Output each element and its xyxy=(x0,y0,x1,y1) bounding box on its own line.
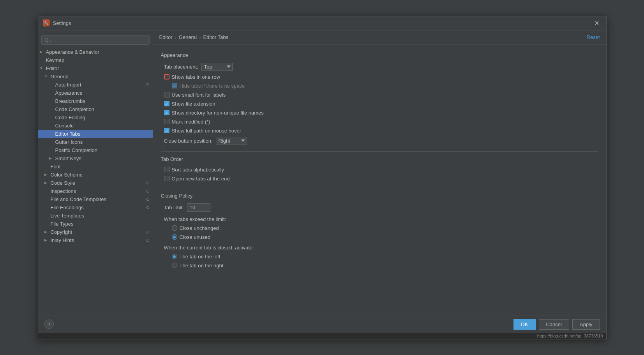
divider-1 xyxy=(161,151,598,152)
show-file-extension-label: Show file extension xyxy=(172,101,215,107)
sidebar-item-label: Copyright xyxy=(51,229,145,235)
arrow-icon: ▶ xyxy=(44,230,49,234)
sidebar-item-label: Code Folding xyxy=(55,115,150,120)
sidebar-item-appearance[interactable]: Appearance xyxy=(38,89,153,97)
arrow-icon: ▶ xyxy=(40,50,44,54)
sort-tabs-alpha-wrapper[interactable]: Sort tabs alphabetically xyxy=(161,167,598,173)
show-tabs-one-row-checkbox[interactable] xyxy=(164,74,169,79)
tab-on-right-wrapper[interactable]: The tab on the right xyxy=(161,263,598,268)
show-file-extension-wrapper[interactable]: Show file extension xyxy=(161,101,598,107)
use-small-font-checkbox[interactable] xyxy=(164,92,169,97)
when-exceed-label: When tabs exceed the limit: xyxy=(164,216,226,222)
content-body: Appearance Tab placement: Top Bottom Lef… xyxy=(153,44,606,316)
tab-limit-input[interactable] xyxy=(187,203,210,212)
show-directory-checkbox[interactable] xyxy=(164,110,169,115)
sidebar-item-label: Inlay Hints xyxy=(51,237,145,243)
open-new-tabs-end-checkbox[interactable] xyxy=(164,176,169,181)
sidebar-item-smart-keys[interactable]: ▶Smart Keys xyxy=(38,154,153,162)
sidebar-item-live-templates[interactable]: Live Templates xyxy=(38,212,153,220)
close-unused-wrapper[interactable]: Close unused xyxy=(161,234,598,240)
sidebar-item-label: Gutter Icons xyxy=(55,139,150,145)
show-full-path-wrapper[interactable]: Show full path on mouse hover xyxy=(161,128,598,134)
arrow-icon: ▼ xyxy=(40,66,44,70)
close-button[interactable]: ✕ xyxy=(592,19,602,28)
sidebar-item-editor-tabs[interactable]: Editor Tabs xyxy=(38,130,153,138)
mark-modified-checkbox[interactable] xyxy=(164,119,169,124)
close-unchanged-label: Close unchanged xyxy=(180,225,219,231)
sidebar-item-code-style[interactable]: ▶Code Style⊙ xyxy=(38,179,153,187)
tab-on-right-radio[interactable] xyxy=(172,263,177,268)
hide-tabs-no-space-checkbox[interactable] xyxy=(172,83,177,88)
search-input[interactable] xyxy=(41,35,150,45)
tab-on-left-radio[interactable] xyxy=(172,254,177,259)
tab-on-right-label: The tab on the right xyxy=(180,263,224,268)
show-file-extension-checkbox[interactable] xyxy=(164,101,169,106)
section-closing-policy: Closing Policy xyxy=(161,193,598,199)
sidebar-item-font[interactable]: Font xyxy=(38,162,153,171)
ok-button[interactable]: OK xyxy=(513,319,536,330)
sidebar-item-inspections[interactable]: Inspections⊙ xyxy=(38,187,153,195)
sidebar-item-label: File and Code Templates xyxy=(51,196,145,202)
sidebar-item-label: File Types xyxy=(51,221,150,227)
sidebar-item-appearance-behavior[interactable]: ▶Appearance & Behavior xyxy=(38,48,153,56)
show-tabs-one-row-wrapper[interactable]: Show tabs in one row xyxy=(161,74,598,80)
sidebar-item-breadcrumbs[interactable]: Breadcrumbs xyxy=(38,97,153,105)
help-button[interactable]: ? xyxy=(44,320,54,329)
close-unused-radio[interactable] xyxy=(172,234,177,240)
sidebar-item-label: Smart Keys xyxy=(55,155,150,161)
hide-tabs-no-space-wrapper[interactable]: Hide tabs if there is no space xyxy=(161,83,598,89)
sidebar-item-file-types[interactable]: File Types xyxy=(38,220,153,228)
close-unchanged-radio[interactable] xyxy=(172,225,177,231)
sidebar-item-label: Code Completion xyxy=(55,106,150,112)
show-full-path-checkbox[interactable] xyxy=(164,128,169,133)
when-current-closed-label: When the current tab is closed, activate… xyxy=(164,245,254,251)
arrow-icon: ▶ xyxy=(44,238,49,242)
breadcrumb-general: General xyxy=(179,34,197,40)
show-directory-label: Show directory for non-unique file names xyxy=(172,110,264,116)
reset-button[interactable]: Reset xyxy=(587,34,600,40)
close-unchanged-wrapper[interactable]: Close unchanged xyxy=(161,225,598,231)
apply-button[interactable]: Apply xyxy=(572,319,600,330)
sidebar-item-inlay-hints[interactable]: ▶Inlay Hints⊙ xyxy=(38,236,153,244)
sidebar-item-color-scheme[interactable]: ▶Color Scheme xyxy=(38,171,153,179)
sidebar-item-label: Console xyxy=(55,123,150,129)
sidebar-item-badge: ⊙ xyxy=(146,197,150,202)
sidebar-item-postfix-completion[interactable]: Postfix Completion xyxy=(38,146,153,154)
tab-on-left-wrapper[interactable]: The tab on the left xyxy=(161,254,598,260)
sidebar-item-label: General xyxy=(51,74,150,79)
sidebar-item-label: Postfix Completion xyxy=(55,147,150,153)
sidebar-item-label: Inspections xyxy=(51,188,145,194)
cancel-button[interactable]: Cancel xyxy=(539,319,569,330)
title-bar: 🔧 Settings ✕ xyxy=(38,16,606,30)
sort-tabs-alpha-checkbox[interactable] xyxy=(164,167,169,172)
sort-tabs-alpha-label: Sort tabs alphabetically xyxy=(172,167,224,173)
open-new-tabs-end-wrapper[interactable]: Open new tabs at the end xyxy=(161,176,598,182)
close-button-position-select[interactable]: Right Left Hidden xyxy=(216,137,247,145)
dialog-title: Settings xyxy=(53,20,71,26)
sidebar-item-editor[interactable]: ▼Editor xyxy=(38,64,153,72)
sidebar-item-general[interactable]: ▼General xyxy=(38,72,153,81)
sidebar-item-keymap[interactable]: Keymap xyxy=(38,56,153,64)
breadcrumb-editor: Editor xyxy=(159,34,173,40)
tab-placement-label: Tab placement: xyxy=(164,64,198,70)
use-small-font-label: Use small font for labels xyxy=(172,92,226,98)
mark-modified-wrapper[interactable]: Mark modified (*) xyxy=(161,119,598,125)
show-full-path-label: Show full path on mouse hover xyxy=(172,128,242,134)
sidebar-item-console[interactable]: Console xyxy=(38,122,153,130)
show-directory-wrapper[interactable]: Show directory for non-unique file names xyxy=(161,110,598,116)
sidebar-item-file-code-templates[interactable]: File and Code Templates⊙ xyxy=(38,195,153,203)
tab-placement-select[interactable]: Top Bottom Left Right None xyxy=(201,63,233,71)
when-exceed-row: When tabs exceed the limit: xyxy=(161,216,598,222)
dialog-body: ▶Appearance & BehaviorKeymap▼Editor▼Gene… xyxy=(38,30,606,316)
sidebar-item-copyright[interactable]: ▶Copyright⊙ xyxy=(38,228,153,236)
sidebar-item-code-completion[interactable]: Code Completion xyxy=(38,105,153,113)
sidebar-item-file-encodings[interactable]: File Encodings⊙ xyxy=(38,203,153,212)
close-unused-label: Close unused xyxy=(180,234,211,240)
use-small-font-wrapper[interactable]: Use small font for labels xyxy=(161,92,598,98)
sidebar-item-gutter-icons[interactable]: Gutter Icons xyxy=(38,138,153,146)
sidebar-item-auto-import[interactable]: Auto Import⊙ xyxy=(38,81,153,89)
sidebar-item-label: Editor Tabs xyxy=(55,131,150,137)
tab-limit-label: Tab limit: xyxy=(164,205,184,210)
tab-limit-row: Tab limit: xyxy=(161,203,598,212)
sidebar-item-code-folding[interactable]: Code Folding xyxy=(38,113,153,122)
